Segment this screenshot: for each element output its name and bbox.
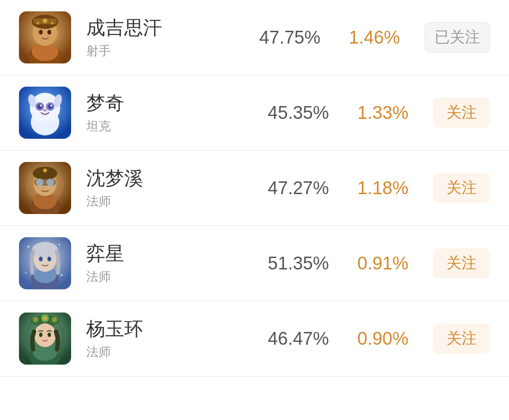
svg-point-32 [43,169,47,172]
hero-role-chengjisihan: 射手 [86,43,259,59]
hero-role-shenmengxi: 法师 [86,193,268,210]
svg-point-53 [34,318,37,321]
svg-point-36 [61,274,63,276]
follow-button-chengjisihan[interactable]: 已关注 [425,22,490,53]
hero-name-yangyuhuan: 杨玉环 [86,317,268,340]
svg-point-18 [40,105,42,107]
svg-point-43 [47,257,51,261]
hero-item-shenmengxi: 沈梦溪 法师 47.27% 1.18% 关注 [0,151,509,226]
svg-point-41 [32,242,58,257]
follow-button-yangyuhuan[interactable]: 关注 [433,323,490,354]
svg-point-54 [53,318,56,321]
hero-pickrate-qixing: 0.91% [357,253,414,274]
svg-point-10 [51,22,54,25]
svg-point-17 [48,104,53,109]
hero-winrate-chengjisihan: 47.75% [259,27,320,48]
hero-stats-chengjisihan: 47.75% 1.46% [259,27,406,48]
hero-stats-shenmengxi: 47.27% 1.18% [268,178,414,198]
hero-winrate-yangyuhuan: 46.47% [268,329,329,349]
svg-point-31 [46,179,54,186]
svg-point-42 [39,257,43,261]
hero-info-yangyuhuan: 杨玉环 法师 [86,317,268,360]
svg-point-7 [47,30,51,35]
svg-point-19 [50,105,52,107]
follow-button-mengqi[interactable]: 关注 [433,98,490,128]
svg-point-35 [59,244,60,245]
hero-pickrate-shenmengxi: 1.18% [357,178,414,198]
hero-name-qixing: 弈星 [86,242,268,265]
svg-point-30 [36,179,44,186]
svg-point-52 [43,316,47,320]
hero-info-chengjisihan: 成吉思汗 射手 [86,16,259,59]
hero-winrate-qixing: 51.35% [268,253,329,274]
hero-item-qixing: 弈星 法师 51.35% 0.91% 关注 [0,226,509,301]
svg-point-22 [43,109,47,112]
hero-info-mengqi: 梦奇 坦克 [86,91,268,134]
hero-name-mengqi: 梦奇 [86,91,268,114]
svg-point-34 [27,246,29,248]
hero-name-shenmengxi: 沈梦溪 [86,167,268,189]
svg-point-57 [48,333,51,337]
hero-pickrate-yangyuhuan: 0.90% [357,329,414,349]
hero-pickrate-mengqi: 1.33% [357,103,414,123]
hero-role-yangyuhuan: 法师 [86,344,268,360]
svg-point-6 [39,30,43,35]
hero-winrate-mengqi: 45.35% [268,103,329,123]
hero-name-chengjisihan: 成吉思汗 [86,16,259,39]
hero-winrate-shenmengxi: 47.27% [268,178,329,198]
hero-role-mengqi: 坦克 [86,118,268,134]
hero-stats-mengqi: 45.35% 1.33% [268,103,414,123]
svg-point-8 [43,18,47,23]
hero-item-yangyuhuan: 杨玉环 法师 46.47% 0.90% 关注 [0,301,509,376]
follow-button-shenmengxi[interactable]: 关注 [433,173,490,203]
hero-item-mengqi: 梦奇 坦克 45.35% 1.33% 关注 [0,75,509,151]
follow-button-qixing[interactable]: 关注 [433,248,490,278]
hero-avatar-qixing [19,237,71,289]
svg-point-37 [26,272,27,274]
hero-role-qixing: 法师 [86,268,268,285]
hero-info-qixing: 弈星 法师 [86,242,268,285]
hero-info-shenmengxi: 沈梦溪 法师 [86,167,268,210]
hero-pickrate-chengjisihan: 1.46% [349,27,406,48]
hero-avatar-yangyuhuan [19,313,71,365]
hero-list: 成吉思汗 射手 47.75% 1.46% 已关注 [0,0,509,376]
hero-avatar-shenmengxi [19,162,71,214]
svg-point-55 [34,323,56,347]
svg-point-16 [37,104,42,109]
hero-stats-qixing: 51.35% 0.91% [268,253,414,274]
svg-point-56 [39,333,43,337]
hero-stats-yangyuhuan: 46.47% 0.90% [268,329,414,349]
svg-point-9 [36,22,39,25]
hero-avatar-mengqi [19,87,71,139]
hero-avatar-chengjisihan [19,11,71,63]
hero-item-chengjisihan: 成吉思汗 射手 47.75% 1.46% 已关注 [0,0,509,75]
